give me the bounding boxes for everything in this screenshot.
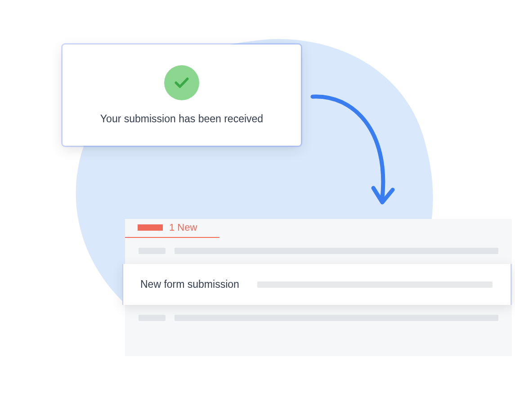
list-item bbox=[125, 305, 512, 331]
list-item bbox=[125, 238, 512, 264]
skeleton-placeholder bbox=[139, 248, 166, 254]
list-item-highlighted[interactable]: New form submission bbox=[122, 264, 512, 305]
list-item-title: New form submission bbox=[140, 278, 239, 290]
skeleton-placeholder bbox=[175, 248, 498, 254]
skeleton-placeholder bbox=[175, 315, 498, 321]
skeleton-placeholder bbox=[139, 315, 166, 321]
flow-arrow-icon bbox=[308, 90, 398, 216]
checkmark-icon bbox=[164, 65, 199, 100]
inbox-panel: 1 New New form submission bbox=[125, 219, 512, 356]
inbox-tab-new[interactable]: 1 New bbox=[125, 219, 219, 238]
confirmation-card: Your submission has been received bbox=[63, 45, 301, 146]
confirmation-message: Your submission has been received bbox=[100, 113, 263, 125]
tab-label: 1 New bbox=[169, 222, 197, 233]
tab-indicator bbox=[138, 224, 163, 231]
skeleton-placeholder bbox=[257, 281, 493, 288]
